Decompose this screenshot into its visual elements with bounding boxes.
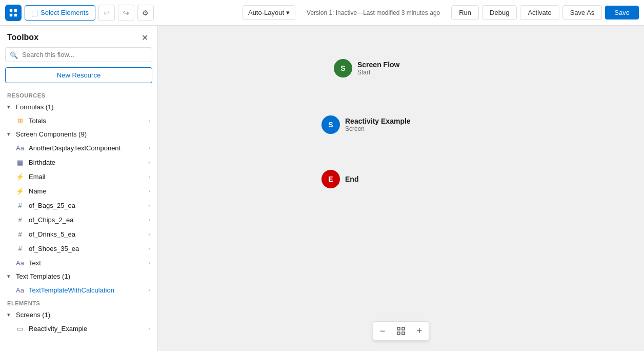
text-templates-group[interactable]: ▾ Text Templates (1) xyxy=(0,270,157,283)
screen-node-circle: S xyxy=(321,115,340,134)
list-item[interactable]: ▦ Birthdate › xyxy=(0,155,157,169)
run-button[interactable]: Run xyxy=(451,5,479,20)
chevron-right-icon: › xyxy=(148,325,150,332)
svg-rect-3 xyxy=(14,13,17,16)
resource-name: Name xyxy=(29,187,148,195)
svg-rect-7 xyxy=(402,332,405,335)
svg-rect-5 xyxy=(402,327,405,330)
save-as-button[interactable]: Save As xyxy=(562,5,602,20)
canvas-area[interactable]: S Screen Flow Start S Reactivity Example… xyxy=(158,26,644,351)
home-button[interactable] xyxy=(5,5,22,21)
start-node-circle: S xyxy=(334,59,352,77)
list-item[interactable]: # of_Drinks_5_ea › xyxy=(0,227,157,241)
list-item[interactable]: # of_Bags_25_ea › xyxy=(0,198,157,212)
chevron-right-icon: › xyxy=(148,159,150,165)
text-icon: Aa xyxy=(15,285,25,295)
formulas-group[interactable]: ▾ Formulas (1) xyxy=(0,101,157,113)
chevron-down-icon: ▾ xyxy=(7,104,13,110)
resource-name: of_Bags_25_ea xyxy=(29,202,148,209)
chevron-down-icon: ▾ xyxy=(286,9,290,16)
debug-button[interactable]: Debug xyxy=(482,5,517,20)
resource-name: Birthdate xyxy=(29,159,148,166)
toolbox-header: Toolbox ✕ xyxy=(0,26,157,47)
chevron-right-icon: › xyxy=(148,145,150,151)
text-templates-group-label: Text Templates (1) xyxy=(16,272,70,280)
chevron-down-icon: ▾ xyxy=(7,273,13,280)
redo-button[interactable]: ↪ xyxy=(118,5,134,21)
screens-group-label: Screens (1) xyxy=(16,311,50,319)
undo-button[interactable]: ↩ xyxy=(98,5,115,21)
zoom-out-button[interactable]: − xyxy=(373,322,392,340)
save-button[interactable]: Save xyxy=(605,6,639,20)
resource-name: Text xyxy=(29,259,148,267)
svg-rect-0 xyxy=(10,9,12,11)
list-item[interactable]: # of_Chips_2_ea › xyxy=(0,212,157,227)
screen-icon: ▭ xyxy=(15,324,25,333)
zoom-fit-button[interactable] xyxy=(392,322,410,340)
list-item[interactable]: ⚡ Name › xyxy=(0,184,157,198)
grid-icon xyxy=(9,8,18,17)
date-icon: ▦ xyxy=(15,158,25,167)
resource-name: Reactivity_Example xyxy=(29,325,148,333)
lightning-icon: ⚡ xyxy=(15,172,25,181)
chevron-right-icon: › xyxy=(148,260,150,266)
lightning-icon: ⚡ xyxy=(15,186,25,196)
list-item[interactable]: Aa Text › xyxy=(0,256,157,270)
list-item[interactable]: Aa AnotherDisplayTextComponent › xyxy=(0,141,157,155)
resource-name: of_Chips_2_ea xyxy=(29,216,148,224)
main-area: Toolbox ✕ 🔍 New Resource RESOURCES ▾ For… xyxy=(0,26,644,351)
start-node-label: Screen Flow Start xyxy=(357,61,399,76)
formula-icon: ⊞ xyxy=(15,116,25,125)
resource-name: of_Drinks_5_ea xyxy=(29,230,148,238)
list-item[interactable]: ⚡ Email › xyxy=(0,169,157,184)
new-resource-button[interactable]: New Resource xyxy=(5,67,152,83)
screen-components-group-label: Screen Components (9) xyxy=(16,130,87,138)
resource-name: Totals xyxy=(29,117,148,125)
number-icon: # xyxy=(15,244,25,253)
svg-rect-4 xyxy=(397,327,400,330)
number-icon: # xyxy=(15,229,25,239)
chevron-right-icon: › xyxy=(148,287,150,293)
toolbox-sidebar: Toolbox ✕ 🔍 New Resource RESOURCES ▾ For… xyxy=(0,26,158,351)
close-button[interactable]: ✕ xyxy=(139,32,150,43)
start-node[interactable]: S Screen Flow Start xyxy=(334,59,399,77)
chevron-right-icon: › xyxy=(148,245,150,251)
search-container: 🔍 xyxy=(5,47,152,62)
list-item[interactable]: Aa TextTemplateWithCalculation › xyxy=(0,283,157,297)
text-icon: Aa xyxy=(15,258,25,267)
screens-group[interactable]: ▾ Screens (1) xyxy=(0,308,157,321)
list-item[interactable]: ⊞ Totals › xyxy=(0,113,157,128)
resource-name: AnotherDisplayTextComponent xyxy=(29,144,148,152)
resource-name: of_Shoes_35_ea xyxy=(29,245,148,252)
zoom-in-button[interactable]: + xyxy=(410,322,429,340)
settings-button[interactable]: ⚙ xyxy=(137,5,154,21)
end-node-label: End xyxy=(345,175,358,183)
list-item[interactable]: ▭ Reactivity_Example › xyxy=(0,321,157,336)
chevron-right-icon: › xyxy=(148,202,150,208)
end-node-circle: E xyxy=(321,170,340,188)
redo-icon: ↪ xyxy=(123,9,129,17)
select-elements-button[interactable]: ⬚ Select Elements xyxy=(25,5,95,21)
toolbar: ⬚ Select Elements ↩ ↪ ⚙ Auto-Layout ▾ Ve… xyxy=(0,0,644,26)
end-node[interactable]: E End xyxy=(321,170,358,188)
activate-button[interactable]: Activate xyxy=(520,5,559,20)
resource-name: Email xyxy=(29,173,148,181)
version-info: Version 1: Inactive—Last modified 3 minu… xyxy=(307,9,440,16)
toolbox-body: RESOURCES ▾ Formulas (1) ⊞ Totals › ▾ Sc… xyxy=(0,89,157,351)
settings-icon: ⚙ xyxy=(142,9,149,17)
fit-screen-icon xyxy=(397,327,405,335)
cursor-icon: ⬚ xyxy=(31,9,38,17)
list-item[interactable]: # of_Shoes_35_ea › xyxy=(0,241,157,256)
search-input[interactable] xyxy=(5,47,152,62)
resources-section-header: RESOURCES xyxy=(0,89,157,101)
undo-icon: ↩ xyxy=(104,9,110,17)
chevron-right-icon: › xyxy=(148,217,150,223)
screen-components-group[interactable]: ▾ Screen Components (9) xyxy=(0,128,157,141)
svg-rect-2 xyxy=(10,13,12,16)
elements-section-header: ELEMENTS xyxy=(0,297,157,308)
search-icon: 🔍 xyxy=(10,51,18,59)
number-icon: # xyxy=(15,201,25,210)
screen-node[interactable]: S Reactivity Example Screen xyxy=(321,115,411,134)
resource-name: TextTemplateWithCalculation xyxy=(29,286,148,294)
auto-layout-button[interactable]: Auto-Layout ▾ xyxy=(243,5,295,20)
